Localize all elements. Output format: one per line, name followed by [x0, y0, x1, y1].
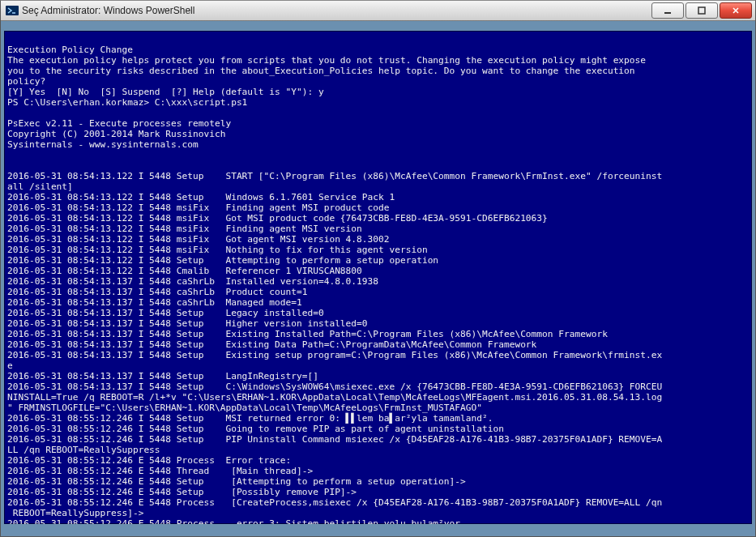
close-icon — [732, 6, 740, 15]
window-title: Seç Administrator: Windows PowerShell — [22, 5, 650, 16]
console-output[interactable]: Execution Policy Change The execution po… — [4, 31, 752, 524]
close-button[interactable] — [720, 2, 752, 19]
minimize-button[interactable] — [651, 2, 684, 19]
window-buttons — [650, 2, 752, 19]
maximize-icon — [698, 6, 706, 15]
svg-rect-1 — [664, 12, 671, 14]
titlebar[interactable]: Seç Administrator: Windows PowerShell — [1, 1, 755, 21]
powershell-window: Seç Administrator: Windows PowerShell Ex… — [0, 0, 756, 537]
powershell-icon — [6, 4, 19, 17]
maximize-button[interactable] — [686, 2, 718, 19]
svg-rect-2 — [698, 7, 705, 14]
minimize-icon — [664, 6, 672, 15]
